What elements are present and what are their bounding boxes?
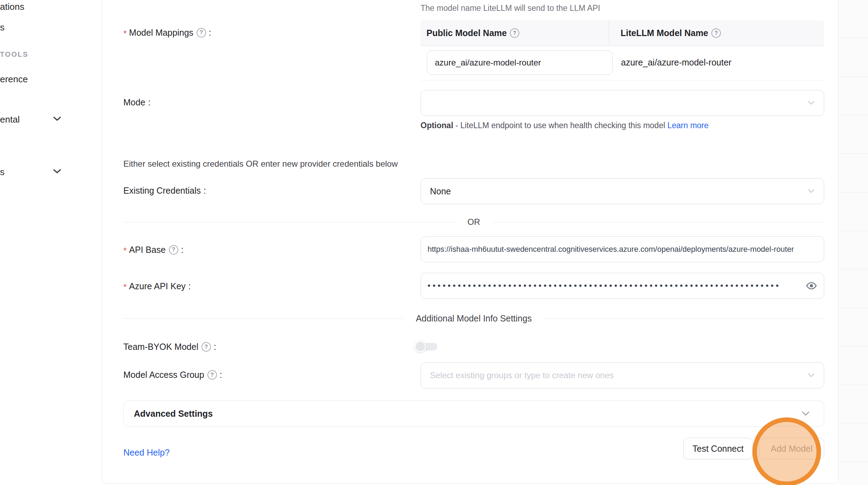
- sidebar-item-settings[interactable]: s: [0, 167, 5, 178]
- model-access-group-placeholder: Select existing groups or type to create…: [421, 370, 614, 380]
- sidebar-item[interactable]: s: [0, 22, 5, 33]
- litellm-model-name-header: LiteLLM Model Name ?: [609, 20, 824, 46]
- chevron-down-icon: [801, 411, 810, 416]
- additional-info-divider: Additional Model Info Settings: [123, 313, 824, 324]
- page-background-strip: [839, 0, 868, 485]
- mode-helper-text: Optional - LiteLLM endpoint to use when …: [421, 118, 729, 132]
- help-icon[interactable]: ?: [711, 28, 721, 38]
- divider-line: [544, 318, 824, 319]
- existing-credentials-select[interactable]: None: [421, 178, 824, 204]
- sidebar-item-organizations[interactable]: ations: [0, 1, 24, 12]
- divider-line: [123, 222, 456, 222]
- litellm-model-name-value: azure_ai/azure-model-router: [621, 57, 731, 68]
- model-mappings-label: * Model Mappings ? :: [123, 27, 211, 39]
- need-help-link[interactable]: Need Help?: [123, 448, 170, 458]
- sidebar-item-experimental[interactable]: ental: [0, 114, 20, 125]
- add-model-page: ations s TOOLS erence ental s The model …: [0, 0, 868, 485]
- divider-line: [123, 318, 404, 319]
- model-mappings-table-header: Public Model Name ? LiteLLM Model Name ?: [421, 20, 824, 46]
- api-base-field: [421, 236, 824, 262]
- public-model-name-input[interactable]: [427, 50, 613, 75]
- model-access-group-select[interactable]: Select existing groups or type to create…: [421, 362, 824, 388]
- sidebar-item-inference[interactable]: erence: [0, 74, 28, 85]
- public-model-name-header: Public Model Name ?: [421, 28, 609, 38]
- eye-icon[interactable]: [806, 280, 817, 291]
- divider-line: [492, 222, 824, 222]
- required-asterisk: *: [123, 246, 127, 256]
- help-icon[interactable]: ?: [169, 245, 178, 255]
- chevron-down-icon: [808, 101, 815, 105]
- team-byok-toggle[interactable]: [415, 341, 438, 353]
- or-divider: OR: [123, 217, 824, 227]
- required-asterisk: *: [123, 282, 127, 292]
- existing-credentials-label: Existing Credentials :: [123, 186, 206, 196]
- existing-credentials-value: None: [421, 186, 451, 196]
- toggle-knob: [415, 341, 426, 352]
- litellm-model-name-helper: The model name LiteLLM will send to the …: [421, 4, 600, 13]
- chevron-down-icon: [808, 373, 815, 378]
- help-icon[interactable]: ?: [201, 342, 211, 352]
- api-base-input[interactable]: [421, 237, 824, 262]
- azure-api-key-field: [421, 273, 824, 299]
- help-icon[interactable]: ?: [510, 28, 519, 38]
- required-asterisk: *: [123, 29, 127, 39]
- sidebar-section-tools: TOOLS: [0, 50, 28, 58]
- azure-api-key-label: * Azure API Key :: [123, 280, 191, 292]
- api-base-label: * API Base ? :: [123, 244, 184, 256]
- mode-select[interactable]: [421, 90, 824, 116]
- add-model-button[interactable]: Add Model: [759, 438, 824, 459]
- team-byok-label: Team-BYOK Model ? :: [123, 342, 216, 352]
- credentials-note: Either select existing credentials OR en…: [123, 159, 398, 169]
- model-mappings-table: Public Model Name ? LiteLLM Model Name ?…: [421, 20, 824, 81]
- learn-more-link[interactable]: Learn more: [667, 121, 709, 130]
- help-icon[interactable]: ?: [197, 28, 206, 37]
- model-access-group-label: Model Access Group ? :: [123, 370, 222, 380]
- advanced-settings-toggle[interactable]: Advanced Settings: [123, 401, 824, 427]
- azure-api-key-input[interactable]: [421, 273, 824, 298]
- advanced-settings-label: Advanced Settings: [124, 409, 213, 419]
- test-connect-button[interactable]: Test Connect: [683, 438, 753, 459]
- mode-label: Mode :: [123, 97, 151, 108]
- chevron-down-icon: [808, 189, 815, 194]
- chevron-down-icon[interactable]: [53, 168, 62, 176]
- help-icon[interactable]: ?: [207, 370, 217, 380]
- chevron-down-icon[interactable]: [53, 116, 62, 123]
